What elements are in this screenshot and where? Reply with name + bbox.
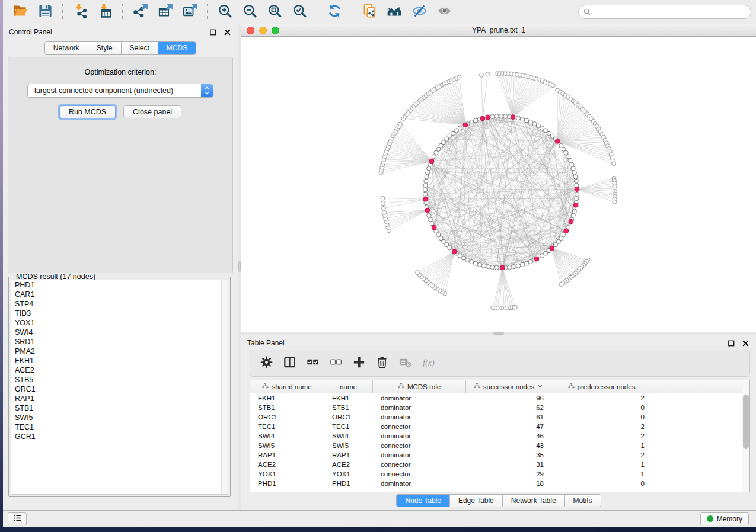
close-table-panel-icon[interactable] xyxy=(741,339,750,348)
mcds-node[interactable] xyxy=(550,246,554,251)
select-all-rows-button[interactable] xyxy=(304,354,321,372)
satellite-node[interactable] xyxy=(486,72,490,76)
zoom-out-button[interactable] xyxy=(239,2,260,22)
satellite-node[interactable] xyxy=(382,210,387,214)
network-node[interactable] xyxy=(575,196,579,200)
zoom-fit-button[interactable] xyxy=(264,2,285,22)
tab-select[interactable]: Select xyxy=(122,42,158,54)
network-node[interactable] xyxy=(428,217,432,222)
network-node[interactable] xyxy=(499,114,503,118)
tab-network[interactable]: Network xyxy=(45,42,88,54)
mcds-node[interactable] xyxy=(534,257,539,261)
tab-style[interactable]: Style xyxy=(88,42,122,54)
network-node[interactable] xyxy=(540,254,544,258)
network-node[interactable] xyxy=(430,222,434,226)
open-session-button[interactable] xyxy=(9,2,31,22)
table-row[interactable]: FKH1FKH1dominator962 xyxy=(250,393,749,403)
mcds-result-item[interactable]: TID3 xyxy=(11,309,228,318)
mcds-result-item[interactable]: SWI5 xyxy=(11,413,228,422)
mcds-result-item[interactable]: PMA2 xyxy=(11,347,228,356)
network-node[interactable] xyxy=(490,114,495,118)
table-row[interactable]: ORC1ORC1dominator610 xyxy=(250,412,749,422)
satellite-node[interactable] xyxy=(416,271,420,275)
network-node[interactable] xyxy=(427,213,431,217)
network-node[interactable] xyxy=(423,183,428,187)
column-header-name[interactable]: name xyxy=(324,380,373,393)
mcds-result-item[interactable]: FKH1 xyxy=(11,356,228,366)
task-history-button[interactable] xyxy=(8,512,27,525)
satellite-node[interactable] xyxy=(559,282,563,286)
table-scrollbar-thumb[interactable] xyxy=(743,395,749,449)
zoom-selected-button[interactable] xyxy=(289,2,310,22)
table-row[interactable]: RAP1RAP1dominator352 xyxy=(250,450,749,460)
close-panel-icon[interactable] xyxy=(223,28,232,37)
network-node[interactable] xyxy=(520,117,524,121)
satellite-node[interactable] xyxy=(398,122,403,126)
table-scrollbar[interactable] xyxy=(742,380,749,492)
export-network-button[interactable] xyxy=(129,2,151,22)
network-node[interactable] xyxy=(571,166,575,171)
network-node[interactable] xyxy=(570,162,574,166)
tab-edge-table[interactable]: Edge Table xyxy=(450,495,503,507)
mcds-result-item[interactable]: SRD1 xyxy=(11,337,228,347)
ndex-open-button[interactable] xyxy=(384,2,405,22)
mcds-node[interactable] xyxy=(573,203,578,207)
zoom-in-button[interactable] xyxy=(214,2,235,22)
network-graph[interactable] xyxy=(241,37,756,332)
network-node[interactable] xyxy=(512,265,516,269)
network-node[interactable] xyxy=(571,213,575,217)
network-node[interactable] xyxy=(572,171,576,175)
mcds-node[interactable] xyxy=(500,265,505,270)
hide-selected-button[interactable] xyxy=(409,2,430,22)
network-node[interactable] xyxy=(520,262,524,267)
mcds-result-item[interactable]: ACE2 xyxy=(11,366,228,375)
mcds-node[interactable] xyxy=(555,139,560,143)
tab-mcds[interactable]: MCDS xyxy=(158,42,196,54)
network-node[interactable] xyxy=(495,265,499,270)
table-row[interactable]: TEC1TEC1connector472 xyxy=(250,422,749,431)
column-layout-button[interactable] xyxy=(280,354,298,372)
mcds-result-item[interactable]: STB5 xyxy=(11,375,228,384)
network-node[interactable] xyxy=(490,265,495,270)
search-input[interactable] xyxy=(578,5,751,19)
network-node[interactable] xyxy=(473,118,477,123)
mcds-node[interactable] xyxy=(486,115,490,120)
network-node[interactable] xyxy=(470,120,474,124)
network-node[interactable] xyxy=(508,265,512,270)
satellite-node[interactable] xyxy=(457,75,461,79)
run-mcds-button[interactable]: Run MCDS xyxy=(59,105,116,118)
apply-layout-button[interactable] xyxy=(324,2,345,22)
network-node[interactable] xyxy=(458,126,462,130)
mcds-result-list[interactable]: PHD1CAR1STP4TID3YOX1SWI4SRD1PMA2FKH1ACE2… xyxy=(11,280,228,495)
network-node[interactable] xyxy=(426,171,430,175)
memory-button[interactable]: Memory xyxy=(700,512,749,525)
export-table-button[interactable] xyxy=(154,2,176,22)
table-row[interactable]: ACE2ACE2connector311 xyxy=(250,460,749,469)
network-node[interactable] xyxy=(477,262,481,267)
network-node[interactable] xyxy=(573,175,578,179)
export-image-button[interactable] xyxy=(179,2,200,22)
network-node[interactable] xyxy=(553,243,557,247)
mcds-node[interactable] xyxy=(575,187,579,192)
mcds-result-item[interactable]: PHD1 xyxy=(11,280,228,290)
import-table-button[interactable] xyxy=(94,2,116,22)
table-settings-button[interactable] xyxy=(257,354,275,372)
network-node[interactable] xyxy=(425,175,429,179)
mcds-result-item[interactable]: RAP1 xyxy=(11,394,228,403)
network-node[interactable] xyxy=(528,120,532,124)
network-node[interactable] xyxy=(574,179,578,183)
network-node[interactable] xyxy=(423,188,427,192)
table-row[interactable]: YOX1YOX1connector291 xyxy=(250,469,749,479)
mcds-node[interactable] xyxy=(432,225,436,230)
column-header-shared-name[interactable]: shared name xyxy=(250,380,324,393)
new-network-from-selection-button[interactable] xyxy=(359,2,380,22)
network-node[interactable] xyxy=(486,265,490,269)
satellite-node[interactable] xyxy=(612,162,616,166)
network-node[interactable] xyxy=(516,264,520,268)
network-node[interactable] xyxy=(568,158,572,162)
mcds-list-scrollbar[interactable] xyxy=(221,280,228,494)
float-table-panel-icon[interactable] xyxy=(727,339,736,348)
table-row[interactable]: SWI4SWI4dominator462 xyxy=(250,431,749,441)
column-header-predecessor-nodes[interactable]: predecessor nodes xyxy=(551,380,652,393)
add-column-button[interactable] xyxy=(350,354,368,372)
